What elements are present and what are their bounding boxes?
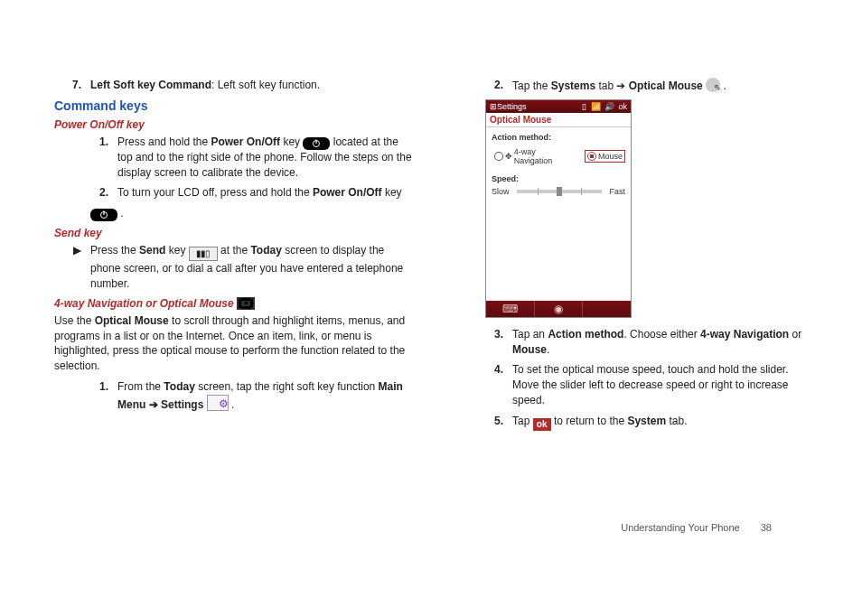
list-number: 1. xyxy=(81,379,117,413)
list-item: 5. Tap ok to return to the System tab. xyxy=(476,414,808,431)
nav-pad-icon xyxy=(237,297,255,310)
phone-titlebar: ⊞ Settings ▯ 📶 🔊 ok xyxy=(486,100,631,113)
list-continuation: . xyxy=(90,206,413,221)
phone-body: Action method: ✥ 4-way Navigation Mouse … xyxy=(486,127,631,301)
phone-soft-bar: ⌨ ◉ xyxy=(486,301,631,317)
page-number: 38 xyxy=(761,522,772,533)
list-text: Tap ok to return to the System tab. xyxy=(512,414,808,431)
soft-left-icon[interactable]: ⌨ xyxy=(486,301,535,317)
radio-filled-icon xyxy=(587,152,596,161)
list-item: 7. Left Soft key Command: Left soft key … xyxy=(54,78,413,93)
heading-power-key: Power On/Off key xyxy=(54,118,413,131)
speed-label: Speed: xyxy=(492,174,625,183)
win-start-icon: ⊞ xyxy=(490,102,497,111)
list-item: 2. Tap the Systems tab ➔ Optical Mouse . xyxy=(476,78,808,94)
speed-slider[interactable] xyxy=(517,190,603,193)
heading-command-keys: Command keys xyxy=(54,98,413,113)
page-footer: Understanding Your Phone 38 xyxy=(621,522,772,533)
bullet-text: Press the Send key ▮▮▯ at the Today scre… xyxy=(90,243,413,292)
radio-icon xyxy=(494,152,503,161)
ok-button[interactable]: ok xyxy=(618,102,627,111)
list-item: 1. Press and hold the Power On/Off key l… xyxy=(81,135,413,181)
list-text: Tap the Systems tab ➔ Optical Mouse . xyxy=(512,78,808,94)
fast-label: Fast xyxy=(609,187,625,196)
list-number: 4. xyxy=(476,362,512,407)
option-4way[interactable]: ✥ 4-way Navigation xyxy=(492,145,577,167)
list-item: 2. To turn your LCD off, press and hold … xyxy=(81,185,413,201)
option-mouse[interactable]: Mouse xyxy=(585,150,625,163)
list-item: 4. To set the optical mouse speed, touch… xyxy=(476,362,808,407)
heading-send-key: Send key xyxy=(54,227,413,239)
action-method-label: Action method: xyxy=(492,133,625,142)
list-text: To set the optical mouse speed, touch an… xyxy=(512,362,808,407)
ok-icon: ok xyxy=(533,418,551,431)
list-number: 3. xyxy=(476,327,512,358)
arrows-icon: ✥ xyxy=(505,152,512,161)
left-column: 7. Left Soft key Command: Left soft key … xyxy=(54,78,413,580)
triangle-bullet-icon: ▶ xyxy=(54,243,90,292)
paragraph: Use the Optical Mouse to scroll through … xyxy=(54,313,413,374)
phone-screenshot: ⊞ Settings ▯ 📶 🔊 ok Optical Mouse Action… xyxy=(485,99,632,318)
list-number: 7. xyxy=(54,78,90,93)
status-icons: ▯ 📶 🔊 xyxy=(582,102,615,111)
term: Left Soft key Command xyxy=(90,79,211,91)
optical-mouse-icon xyxy=(706,78,720,92)
list-text: Press and hold the Power On/Off key loca… xyxy=(117,135,413,181)
list-number: 1. xyxy=(81,135,117,181)
right-column: 2. Tap the Systems tab ➔ Optical Mouse .… xyxy=(449,78,808,580)
slider-thumb[interactable] xyxy=(557,187,562,196)
soft-center-icon[interactable]: ◉ xyxy=(535,301,584,317)
soft-right-icon[interactable] xyxy=(583,301,631,317)
settings-icon xyxy=(207,395,229,411)
speed-slider-row: Slow Fast xyxy=(492,187,625,196)
power-key-icon xyxy=(90,209,117,221)
slow-label: Slow xyxy=(492,187,510,196)
send-key-icon: ▮▮▯ xyxy=(189,247,218,261)
list-text: Tap an Action method. Choose either 4-wa… xyxy=(512,327,808,358)
phone-tab: Optical Mouse xyxy=(486,113,631,127)
list-text: To turn your LCD off, press and hold the… xyxy=(117,185,413,201)
list-number: 2. xyxy=(81,185,117,201)
list-number: 2. xyxy=(476,78,512,94)
bullet-item: ▶ Press the Send key ▮▮▯ at the Today sc… xyxy=(54,243,413,292)
list-item: 1. From the Today screen, tap the right … xyxy=(81,379,413,413)
list-text: From the Today screen, tap the right sof… xyxy=(117,379,413,413)
list-number: 5. xyxy=(476,414,512,431)
list-text: Left Soft key Command: Left soft key fun… xyxy=(90,78,413,93)
phone-win-title: Settings xyxy=(497,102,527,111)
footer-section: Understanding Your Phone xyxy=(621,522,740,533)
action-method-options: ✥ 4-way Navigation Mouse xyxy=(492,145,625,167)
heading-4way-nav: 4-way Navigation or Optical Mouse xyxy=(54,297,413,310)
document-page: 7. Left Soft key Command: Left soft key … xyxy=(0,0,862,616)
power-key-icon xyxy=(303,137,330,150)
list-item: 3. Tap an Action method. Choose either 4… xyxy=(476,327,808,358)
